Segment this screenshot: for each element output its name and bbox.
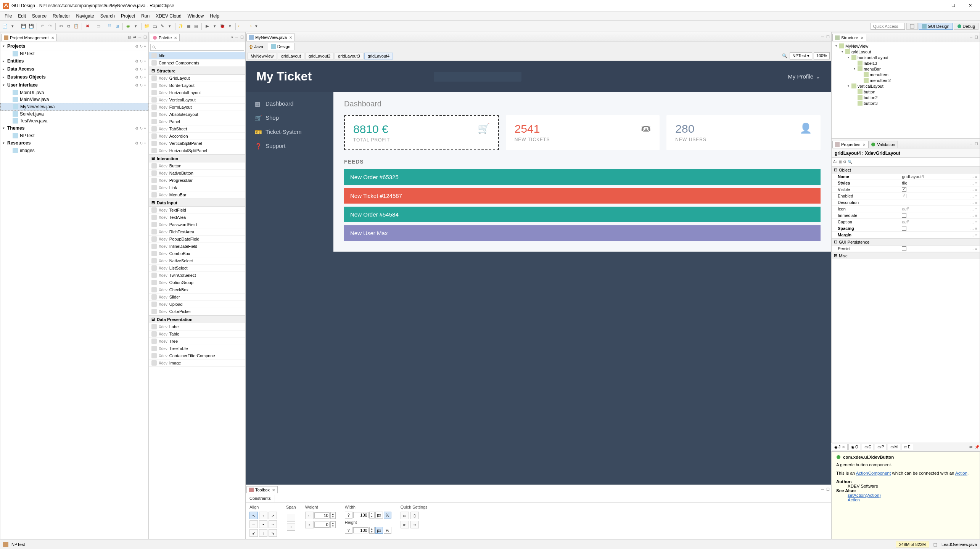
pm-section-themes[interactable]: ▾Themes⚙↻+ [0,124,148,132]
more-icon[interactable]: … ≡ [970,188,977,192]
property-row[interactable]: Iconnull… ≡ [832,206,980,212]
height-auto[interactable]: ? [345,527,352,534]
profile-menu[interactable]: My Profile ⌄ [788,73,821,80]
sort-az-icon[interactable]: A↓ [833,160,838,164]
palette-item[interactable]: XdevPopupDateField [149,236,245,243]
close-icon[interactable]: ✕ [861,36,864,40]
properties-tab[interactable]: Properties ✕ [832,141,868,148]
align-mr[interactable]: → [269,520,277,528]
db-icon[interactable]: 🗃 [151,23,158,30]
add-icon[interactable]: + [144,126,146,130]
refresh-icon[interactable]: ↻ [140,141,143,145]
refresh-icon[interactable]: ↻ [140,67,143,71]
constraints-subtab[interactable]: Constraints [246,495,275,502]
palette-group[interactable]: ⊟Data Input [149,199,245,207]
close-button[interactable]: ✕ [963,2,977,10]
copy-icon[interactable]: ⧉ [65,23,72,30]
maximize-icon[interactable]: ☐ [974,141,979,147]
property-row[interactable]: Description… ≡ [832,199,980,206]
palette-item[interactable]: XdevRichTextArea [149,228,245,236]
palette-item[interactable]: XdevLink [149,184,245,191]
minimize-icon[interactable]: ─ [138,34,142,40]
sidenav-item[interactable]: 🛒Shop [246,111,333,125]
cut-icon[interactable]: ✂ [58,23,64,30]
designer-canvas[interactable]: My Ticket My Profile ⌄ ▦Dashboard🛒Shop🎫T… [246,61,831,485]
breadcrumb[interactable]: gridLayout4 [364,53,393,59]
entity-icon[interactable]: ◉ [125,23,132,30]
weight-h-input[interactable] [314,512,330,518]
expand-icon[interactable]: ▾ [840,50,844,53]
refresh-icon[interactable]: ↻ [140,44,143,48]
align-br[interactable]: ↘ [269,529,277,537]
checkbox[interactable] [902,187,906,192]
action-icon[interactable]: ⚙ [135,126,138,130]
property-row[interactable]: Margin… ≡ [832,232,980,238]
debug-icon[interactable]: 🐞 [219,23,226,30]
run-icon[interactable]: ▶ [204,23,211,30]
menu-run[interactable]: Run [138,12,153,20]
chevron-down-icon[interactable]: ▾ [253,23,260,30]
palette-item[interactable]: XdevAccordion [149,133,245,140]
sync-icon[interactable]: ⇄ [132,34,137,40]
feed-item[interactable]: New User Max [344,225,821,241]
palette-item[interactable]: XdevTwinColSelect [149,272,245,279]
link-icon[interactable]: ⇄ [969,444,973,450]
collapse-icon[interactable]: ⊟ [834,239,837,244]
palette-tab[interactable]: Palette ✕ [150,34,180,41]
spinner[interactable]: ▴▾ [330,512,336,519]
save-all-icon[interactable]: 💾 [28,23,35,30]
pm-item[interactable]: TestView.java [0,117,148,124]
property-row[interactable]: Persist… ≡ [832,246,980,252]
maximize-icon[interactable]: ☐ [974,34,979,40]
new-icon[interactable]: 📄 [2,23,8,30]
expand-icon[interactable]: ▾ [852,67,856,71]
layout2-icon[interactable]: ▤ [193,23,200,30]
palette-item[interactable]: XdevTextArea [149,214,245,221]
feed-item[interactable]: New Order #65325 [344,169,821,185]
pencil-icon[interactable]: ✎ [159,23,166,30]
palette-group[interactable]: ⊟Interaction [149,154,245,162]
collapse-icon[interactable]: ⊟ [834,253,837,258]
expand-icon[interactable]: ▾ [846,84,850,88]
palette-item[interactable]: XdevProgressBar [149,177,245,184]
pm-item[interactable]: MainView.java [0,96,148,103]
errors-tab[interactable]: ▭ E [901,444,913,450]
chevron-down-icon[interactable]: ▾ [227,23,233,30]
property-group[interactable]: ⊟GUI Persistence [832,238,980,246]
trash-icon[interactable] [933,542,938,547]
tree-row[interactable]: label13 [832,60,979,66]
action-icon[interactable]: ⚙ [135,67,138,71]
paste-icon[interactable]: 📋 [73,23,80,30]
collapse-icon[interactable]: ⊟ [151,68,155,73]
menu-window[interactable]: Window [185,12,207,20]
redo-icon[interactable]: ↷ [47,23,53,30]
more-icon[interactable]: … ≡ [970,214,977,218]
open-perspective-button[interactable] [906,23,918,30]
markers-tab[interactable]: ▭ M [888,444,900,450]
close-icon[interactable]: ✕ [863,143,866,147]
locate-icon[interactable]: 🔍 [781,52,788,59]
pm-section-business_objects[interactable]: ▸Business Objects⚙↻+ [0,73,148,81]
maximize-icon[interactable]: ☐ [240,34,245,40]
folder-icon[interactable]: 📁 [143,23,150,30]
expand-icon[interactable]: ▾ [3,44,7,48]
palette-item[interactable]: XdevVerticalLayout [149,96,245,104]
collapse-icon[interactable]: ⊟ [151,200,155,205]
palette-item[interactable]: XdevNativeButton [149,170,245,177]
tree-row[interactable]: ▾MyNewView [832,43,979,49]
expand-icon[interactable]: ▾ [846,56,850,59]
javadoc-tab[interactable]: ◉ J✕ [832,444,848,450]
palette-item[interactable]: XdevImage [149,360,245,367]
property-group[interactable]: ⊟Misc [832,252,980,259]
tree-row[interactable]: menuItem [832,72,979,77]
action-icon[interactable]: ⚙ [135,75,138,79]
height-pct[interactable]: % [384,527,391,534]
property-row[interactable]: Immediate… ≡ [832,212,980,219]
forward-icon[interactable]: ⟶ [245,23,252,30]
more-icon[interactable]: … ≡ [970,233,977,237]
palette-item[interactable]: XdevPanel [149,118,245,125]
add-icon[interactable]: + [144,141,146,145]
chevron-down-icon[interactable]: ▾ [9,23,16,30]
align-ml[interactable]: ← [249,520,258,528]
zoom-select[interactable]: 100% [814,52,830,59]
